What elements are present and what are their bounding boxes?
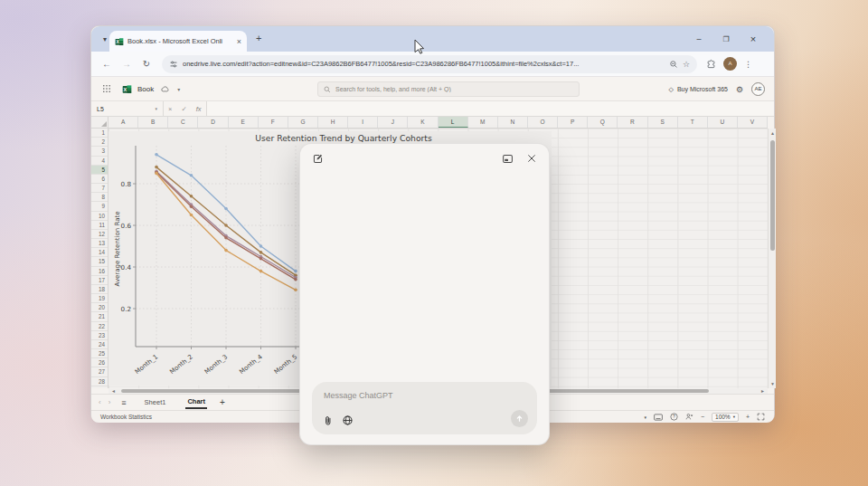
column-header-O[interactable]: O — [528, 117, 558, 128]
row-header-2[interactable]: 2 — [91, 138, 108, 147]
status-chevron-icon[interactable]: ▾ — [644, 413, 646, 422]
close-panel-icon[interactable] — [526, 153, 537, 164]
zoom-level-select[interactable]: 100% ▾ — [712, 413, 739, 422]
popout-icon[interactable] — [502, 153, 514, 165]
tab-close-icon[interactable]: × — [237, 37, 241, 46]
row-header-15[interactable]: 15 — [91, 257, 108, 266]
column-header-T[interactable]: T — [678, 117, 708, 128]
give-feedback-icon[interactable] — [685, 413, 693, 421]
add-sheet-button[interactable]: + — [220, 397, 225, 407]
row-header-7[interactable]: 7 — [91, 184, 108, 193]
sheet-list-menu-icon[interactable]: ≡ — [121, 398, 126, 407]
column-header-G[interactable]: G — [288, 117, 318, 128]
zoom-out-button[interactable]: − — [701, 413, 704, 422]
row-header-1[interactable]: 1 — [91, 129, 108, 138]
app-launcher-icon[interactable] — [102, 84, 111, 93]
column-header-E[interactable]: E — [229, 117, 259, 128]
reload-button[interactable]: ↻ — [137, 59, 156, 69]
row-header-8[interactable]: 8 — [91, 193, 108, 202]
browser-profile-avatar[interactable]: A — [723, 57, 737, 71]
minimize-button[interactable]: – — [685, 34, 712, 43]
column-header-P[interactable]: P — [558, 117, 588, 128]
browser-tab[interactable]: X Book.xlsx - Microsoft Excel Onli × — [109, 31, 247, 52]
column-header-M[interactable]: M — [468, 117, 498, 128]
column-header-I[interactable]: I — [348, 117, 378, 128]
site-settings-icon[interactable] — [169, 60, 178, 69]
browser-menu-icon[interactable]: ⋮ — [744, 60, 752, 69]
row-header-29[interactable]: 29 — [91, 386, 108, 388]
zoom-in-button[interactable]: + — [746, 413, 750, 422]
column-header-D[interactable]: D — [198, 117, 228, 128]
row-header-12[interactable]: 12 — [91, 230, 108, 239]
column-header-R[interactable]: R — [618, 117, 647, 128]
row-header-23[interactable]: 23 — [91, 331, 108, 340]
close-button[interactable]: × — [740, 33, 767, 44]
send-button[interactable] — [511, 410, 528, 427]
row-header-21[interactable]: 21 — [91, 312, 108, 321]
extensions-icon[interactable] — [706, 59, 716, 69]
row-header-9[interactable]: 9 — [91, 202, 108, 211]
formula-cancel-icon[interactable]: × — [168, 105, 172, 113]
account-avatar[interactable]: AE — [751, 82, 765, 96]
row-header-25[interactable]: 25 — [91, 349, 108, 358]
workbook-title[interactable]: Book — [137, 85, 154, 93]
maximize-button[interactable]: ❐ — [712, 35, 740, 43]
column-header-Q[interactable]: Q — [588, 117, 618, 128]
row-header-3[interactable]: 3 — [91, 147, 108, 156]
column-header-U[interactable]: U — [708, 117, 738, 128]
sheet-tab-chart[interactable]: Chart — [185, 395, 207, 409]
column-header-F[interactable]: F — [259, 117, 288, 128]
row-header-14[interactable]: 14 — [91, 248, 108, 257]
settings-gear-icon[interactable]: ⚙ — [736, 85, 743, 94]
row-header-19[interactable]: 19 — [91, 294, 108, 303]
row-header-6[interactable]: 6 — [91, 175, 108, 184]
row-header-16[interactable]: 16 — [91, 267, 108, 276]
row-header-17[interactable]: 17 — [91, 276, 108, 285]
insert-function-icon[interactable]: fx — [196, 105, 202, 113]
row-header-18[interactable]: 18 — [91, 285, 108, 294]
row-header-10[interactable]: 10 — [91, 212, 108, 221]
scroll-down-icon[interactable]: ▼ — [769, 381, 777, 386]
row-header-24[interactable]: 24 — [91, 340, 108, 349]
prev-sheet-icon[interactable]: ‹ — [99, 398, 101, 406]
name-box[interactable]: L5 ▾ — [91, 101, 164, 116]
row-header-13[interactable]: 13 — [91, 239, 108, 248]
column-header-K[interactable]: K — [408, 117, 438, 128]
formula-input[interactable] — [206, 101, 774, 116]
column-header-N[interactable]: N — [498, 117, 528, 128]
row-header-26[interactable]: 26 — [91, 358, 108, 367]
column-header-H[interactable]: H — [318, 117, 348, 128]
address-bar[interactable]: onedrive.live.com/edit?action=editnew&id… — [162, 55, 697, 73]
fullscreen-icon[interactable] — [757, 413, 765, 421]
vertical-scroll-thumb[interactable] — [770, 140, 775, 251]
web-search-globe-icon[interactable] — [342, 415, 354, 426]
bookmark-star-icon[interactable]: ☆ — [683, 60, 690, 69]
column-header-B[interactable]: B — [138, 117, 168, 128]
sheet-tab-sheet1[interactable]: Sheet1 — [143, 396, 168, 408]
row-header-20[interactable]: 20 — [91, 303, 108, 312]
new-chat-icon[interactable] — [312, 153, 324, 165]
formula-enter-icon[interactable]: ✓ — [181, 105, 186, 113]
column-header-V[interactable]: V — [738, 117, 768, 128]
column-header-C[interactable]: C — [168, 117, 198, 128]
new-tab-button[interactable]: + — [256, 33, 261, 43]
help-icon[interactable]: ? — [670, 413, 678, 421]
row-header-22[interactable]: 22 — [91, 322, 108, 331]
select-all-corner[interactable] — [91, 117, 108, 129]
column-header-A[interactable]: A — [108, 117, 138, 128]
attach-file-icon[interactable] — [323, 415, 334, 426]
keyboard-shortcuts-icon[interactable] — [654, 414, 663, 421]
column-header-J[interactable]: J — [378, 117, 408, 128]
scroll-up-icon[interactable]: ▲ — [769, 130, 777, 136]
back-button[interactable]: ← — [97, 59, 117, 69]
forward-button[interactable]: → — [117, 59, 137, 69]
row-header-5[interactable]: 5 — [91, 166, 108, 175]
row-header-4[interactable]: 4 — [91, 157, 108, 166]
chatgpt-input-box[interactable]: Message ChatGPT — [312, 382, 537, 434]
buy-microsoft-365[interactable]: ◇ Buy Microsoft 365 — [669, 86, 728, 93]
title-chevron-icon[interactable]: ▾ — [177, 86, 180, 92]
zoom-page-icon[interactable] — [669, 60, 678, 69]
row-header-11[interactable]: 11 — [91, 221, 108, 230]
row-header-27[interactable]: 27 — [91, 367, 108, 376]
row-header-28[interactable]: 28 — [91, 377, 108, 386]
